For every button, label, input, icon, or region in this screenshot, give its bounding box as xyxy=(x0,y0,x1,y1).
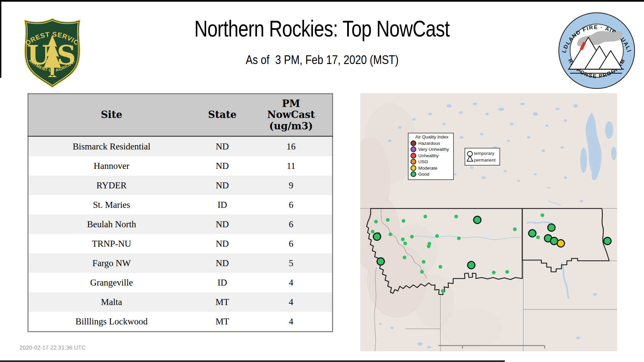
header-pm-nowcast: PM NowCast (ug/m3) xyxy=(250,94,332,136)
aqi-color-dot-icon xyxy=(411,140,416,146)
generated-timestamp: 2020-02-17 22:31:36 UTC xyxy=(19,345,86,351)
table-row: TRNP-NUND6 xyxy=(28,234,333,253)
window-edge-bottom xyxy=(0,360,505,362)
monitor-dot-good-temporary xyxy=(427,245,431,248)
table-row: Billlings LockwoodMT4 xyxy=(28,312,333,332)
monitor-dot-good-temporary xyxy=(492,271,496,275)
monitor-dot-good-permanent xyxy=(474,216,481,224)
monitor-dot-good-permanent xyxy=(373,233,381,240)
monitor-dot-good-temporary xyxy=(541,214,544,217)
aqi-legend-item: Unhealthy xyxy=(411,153,453,159)
cell-pm-nowcast: 9 xyxy=(250,176,332,195)
table-row: HannoverND11 xyxy=(28,156,333,176)
cell-pm-nowcast: 6 xyxy=(250,215,332,234)
monitor-dot-good-temporary xyxy=(435,234,439,238)
cell-pm-nowcast: 6 xyxy=(250,234,332,253)
aqi-legend-item: Hazardous xyxy=(411,140,453,146)
cell-state: MT xyxy=(195,292,250,312)
cell-site: Malta xyxy=(28,292,195,312)
table-row: Bismarck ResidentialND16 xyxy=(28,136,333,157)
cell-pm-nowcast: 4 xyxy=(250,312,332,332)
page-title-wrap: Northern Rockies: Top NowCast xyxy=(0,15,644,42)
monitor-dot-good-permanent xyxy=(529,230,536,237)
nowcast-table-header: Site State PM NowCast (ug/m3) xyxy=(28,94,333,136)
aqi-legend-item: Moderate xyxy=(411,165,453,171)
permanent-label: permanent xyxy=(474,157,496,164)
monitor-dot-good-temporary xyxy=(374,220,378,224)
monitor-dot-good-temporary xyxy=(401,238,405,241)
cell-site: St. Maries xyxy=(28,195,195,215)
monitor-dot-good-temporary xyxy=(536,236,540,239)
aqi-legend-label: Moderate xyxy=(418,166,437,171)
cell-pm-nowcast: 4 xyxy=(250,292,332,312)
cell-site: Hannover xyxy=(28,156,195,176)
monitor-dot-good-temporary xyxy=(371,230,375,234)
aqi-legend-items: HazardousVery UnhealthyUnhealthyUSGModer… xyxy=(411,140,453,177)
table-row: MaltaMT4 xyxy=(28,292,333,312)
aqi-legend-label: Hazardous xyxy=(418,141,440,146)
page-subtitle: As of 3 PM, Feb 17, 2020 (MST) xyxy=(246,53,398,67)
table-row: RYDERND9 xyxy=(28,176,333,195)
cell-state: ND xyxy=(195,253,250,273)
cell-pm-nowcast: 11 xyxy=(250,156,332,176)
cell-site: Grangeville xyxy=(28,273,195,292)
table-row: Beulah NorthND6 xyxy=(28,215,333,234)
monitor-dot-good-temporary xyxy=(386,218,390,222)
aqi-legend: Air Quality Index HazardousVery Unhealth… xyxy=(408,133,454,180)
cell-site: Fargo NW xyxy=(28,253,195,273)
marker-type-icons xyxy=(465,149,474,164)
monitor-dot-good-temporary xyxy=(457,237,461,240)
monitor-dot-good-temporary xyxy=(410,235,414,239)
monitor-dot-good-temporary xyxy=(505,270,509,274)
aqi-legend-item: Good xyxy=(411,171,453,178)
cell-site: TRNP-NU xyxy=(28,234,195,253)
marker-type-legend: temporary permanent xyxy=(465,148,500,166)
cell-state: ID xyxy=(195,273,250,292)
cell-state: ND xyxy=(195,215,250,234)
monitor-dot-good-temporary xyxy=(402,219,406,223)
map-image xyxy=(360,93,617,351)
aqi-color-dot-icon xyxy=(411,171,416,177)
aqi-legend-item: Very Unhealthy xyxy=(411,146,453,153)
monitor-dot-good-permanent xyxy=(548,224,555,231)
monitor-dot-good-temporary xyxy=(439,265,442,269)
aqi-legend-item: USG xyxy=(411,159,453,165)
aqi-color-dot-icon xyxy=(411,159,416,165)
cell-state: ND xyxy=(195,176,250,195)
header-state: State xyxy=(195,94,250,136)
page-title: Northern Rockies: Top NowCast xyxy=(194,15,449,42)
header-site: Site xyxy=(28,94,195,136)
aqi-color-dot-icon xyxy=(411,153,416,159)
monitor-dot-good-temporary xyxy=(404,242,407,245)
page-subtitle-wrap: As of 3 PM, Feb 17, 2020 (MST) xyxy=(0,53,644,67)
aqi-legend-label: Unhealthy xyxy=(418,153,439,158)
cell-state: ND xyxy=(195,234,250,253)
aqi-legend-label: USG xyxy=(418,159,428,164)
monitor-dot-good-permanent xyxy=(468,261,475,269)
cell-site: Beulah North xyxy=(28,215,195,234)
monitor-dot-good-temporary xyxy=(420,270,424,274)
table-row: St. MariesID6 xyxy=(28,195,333,215)
monitor-map xyxy=(360,93,617,351)
monitor-dot-good-temporary xyxy=(424,215,427,219)
temporary-label: temporary xyxy=(474,150,496,157)
cell-site: RYDER xyxy=(28,176,195,195)
aqi-legend-title: Air Quality Index xyxy=(411,134,453,139)
cell-state: ND xyxy=(195,156,250,176)
cell-pm-nowcast: 16 xyxy=(250,136,332,157)
monitor-dot-good-permanent xyxy=(604,237,611,245)
monitor-dot-moderate-permanent xyxy=(557,240,565,247)
cell-pm-nowcast: 6 xyxy=(250,195,332,215)
aqi-color-dot-icon xyxy=(411,165,416,171)
aqi-legend-label: Good xyxy=(418,172,429,177)
monitor-dot-good-temporary xyxy=(389,233,392,236)
aqi-color-dot-icon xyxy=(411,146,416,152)
cell-state: MT xyxy=(195,312,250,332)
aqi-legend-label: Very Unhealthy xyxy=(418,147,449,152)
wfaqrp-logo: WILDLAND FIRE · AIR QUALITY RESPONSE PRO… xyxy=(557,11,637,90)
table-row: GrangevilleID4 xyxy=(28,273,333,292)
permanent-triangle-icon xyxy=(467,156,473,161)
monitor-dot-good-temporary xyxy=(454,215,458,219)
window-edge-top xyxy=(0,0,644,2)
cell-site: Bismarck Residential xyxy=(28,136,195,157)
